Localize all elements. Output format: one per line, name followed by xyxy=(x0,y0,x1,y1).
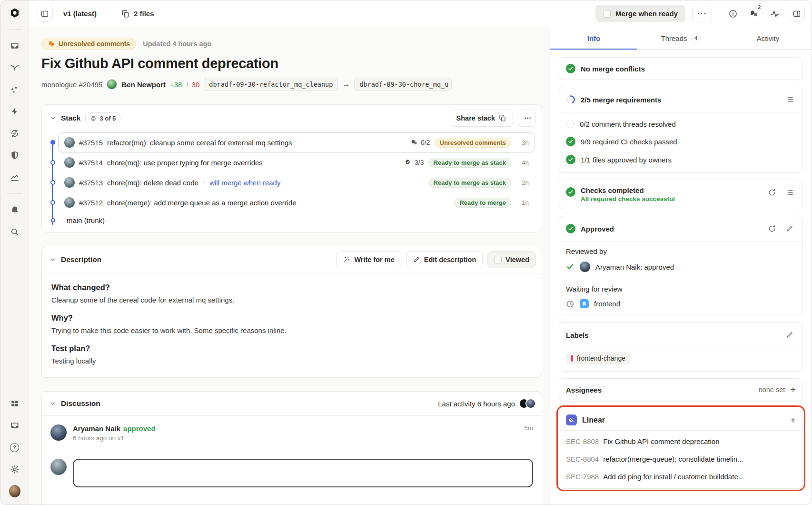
stack-item-37512[interactable]: #37512 chore(merge): add merge queue as … xyxy=(58,192,535,212)
edit-description-button[interactable]: Edit description xyxy=(406,251,483,268)
desc-paragraph: Trying to make this code easier to work … xyxy=(51,326,532,334)
next-comment-partial xyxy=(42,446,542,487)
chevron-down-icon[interactable] xyxy=(50,400,56,407)
requirement-item: 1/1 files approved by owners xyxy=(559,151,802,169)
pencil-icon[interactable] xyxy=(783,329,796,341)
comments-icon[interactable]: 2 xyxy=(747,7,761,21)
user-avatar[interactable] xyxy=(9,485,20,497)
stack-more-button[interactable]: ··· xyxy=(518,110,536,127)
left-rail: ? xyxy=(0,0,29,505)
check-icon xyxy=(566,263,574,271)
discussion-title: Discussion xyxy=(61,399,100,408)
add-assignee-button[interactable]: + xyxy=(790,385,796,394)
merge-checkbox[interactable] xyxy=(603,10,611,18)
desc-heading: Test plan? xyxy=(51,344,532,353)
reviewed-by-label: Reviewed by xyxy=(559,242,802,256)
app-logo-icon[interactable] xyxy=(9,7,20,19)
desc-heading: Why? xyxy=(51,313,532,323)
linear-card: Linear + SEC-8803 Fix Github API comment… xyxy=(559,408,803,489)
help-icon[interactable]: ? xyxy=(9,442,20,453)
stack-item-37514[interactable]: #37514 chore(mq): use proper typing for … xyxy=(58,152,535,172)
card-divider xyxy=(559,346,802,346)
toggle-left-panel-button[interactable] xyxy=(37,6,53,22)
version-label[interactable]: v1 (latest) xyxy=(63,10,97,18)
source-branch-chip[interactable]: dbradf-09-30-refactor_mq_cleanup xyxy=(204,78,338,91)
linear-issue[interactable]: SEC-7988 Add dd ping for install / custo… xyxy=(559,468,802,485)
trunk-row[interactable]: main (trunk) xyxy=(48,212,535,225)
approved-action: approved xyxy=(123,424,156,433)
diff-slash: / xyxy=(186,81,188,89)
desc-paragraph: Testing locally xyxy=(51,357,532,365)
stack-card: Stack 3 of 5 Share stack ··· xyxy=(41,104,542,232)
write-for-me-button[interactable]: Write for me xyxy=(336,251,401,268)
stack-count-pill[interactable]: 3 of 5 xyxy=(85,112,120,124)
desc-paragraph: Cleanup some of the cereal code for exte… xyxy=(51,296,532,304)
more-actions-button[interactable]: ··· xyxy=(692,5,712,22)
shield-icon[interactable] xyxy=(9,150,20,161)
stack-row-2: #37514 chore(mq): use proper typing for … xyxy=(48,152,535,172)
lightning-icon[interactable] xyxy=(9,106,20,117)
refresh-icon[interactable] xyxy=(766,222,778,235)
author-name[interactable]: Ben Newport xyxy=(121,81,166,89)
chevron-down-icon[interactable] xyxy=(50,256,56,263)
discussion-comment[interactable]: Aryaman Naikapproved 6 hours ago on v1 5… xyxy=(42,416,542,446)
ai-sparkles-icon[interactable] xyxy=(9,84,20,95)
settings-gear-icon[interactable] xyxy=(9,464,20,475)
avatar xyxy=(50,459,67,475)
share-stack-button[interactable]: Share stack xyxy=(450,110,513,127)
topbar-divider xyxy=(719,8,719,20)
tab-threads[interactable]: Threads 4 xyxy=(637,27,724,49)
list-icon[interactable] xyxy=(783,93,796,106)
notifications-bell-icon[interactable] xyxy=(9,204,20,216)
commit-dot xyxy=(50,200,55,205)
archive-tray-icon[interactable] xyxy=(9,420,20,431)
activity-pulse-icon[interactable] xyxy=(768,7,782,21)
files-count[interactable]: 2 files xyxy=(121,10,154,18)
target-branch-chip[interactable]: dbradf-09-30-chore_mq_u xyxy=(354,78,452,91)
checks-subtitle: All required checks successful xyxy=(581,195,761,202)
refresh-icon[interactable] xyxy=(766,186,778,199)
copy-icon xyxy=(499,114,506,122)
pr-meta-row: monologue #20495 Ben Newport +38/-30 dbr… xyxy=(41,78,542,91)
labels-card: Labels frontend-change xyxy=(559,322,803,372)
pencil-icon[interactable] xyxy=(783,222,796,235)
progress-circle-icon xyxy=(566,95,575,104)
stack-item-37515[interactable]: #37515 refactor(mq): cleanup some cereal… xyxy=(58,132,535,152)
author-avatar[interactable] xyxy=(107,79,117,90)
tab-info[interactable]: Info xyxy=(550,27,637,49)
updated-timestamp: Updated 4 hours ago xyxy=(143,40,211,48)
linear-issue[interactable]: SEC-8803 Fix Github API comment deprecat… xyxy=(559,433,802,450)
linear-issue[interactable]: SEC-8804 refactor(merge-queue): consolid… xyxy=(559,450,802,468)
comment-bubbles-icon xyxy=(410,139,418,146)
avatar xyxy=(64,157,75,168)
viewed-toggle-button[interactable]: Viewed xyxy=(487,251,536,268)
search-icon[interactable] xyxy=(9,226,20,238)
repo-number[interactable]: monologue #20495 xyxy=(41,81,102,89)
merge-branches-icon[interactable] xyxy=(9,62,20,73)
label-color-bar xyxy=(571,355,573,362)
stack-row-1: #37515 refactor(mq): cleanup some cereal… xyxy=(48,132,535,152)
chevron-down-icon[interactable] xyxy=(50,115,56,121)
toggle-right-panel-button[interactable] xyxy=(789,6,805,22)
rail-divider xyxy=(7,29,22,30)
pr-main-column: Unresolved comments Updated 4 hours ago … xyxy=(29,27,550,505)
clock-icon xyxy=(566,300,574,308)
list-icon[interactable] xyxy=(783,186,796,199)
comment-box-partial[interactable] xyxy=(73,459,533,487)
apps-grid-icon[interactable] xyxy=(9,398,20,409)
avatar xyxy=(525,398,536,409)
info-icon[interactable] xyxy=(726,7,740,21)
tab-activity[interactable]: Activity xyxy=(724,27,812,49)
stack-item-37513[interactable]: #37513 chore(mq): delete dead code · wil… xyxy=(58,172,535,192)
comments-count-badge: 2 xyxy=(755,3,763,11)
will-merge-link[interactable]: will merge when ready xyxy=(209,179,280,187)
inbox-icon[interactable] xyxy=(9,40,20,51)
add-linear-issue-button[interactable]: + xyxy=(790,415,796,425)
label-chip[interactable]: frontend-change xyxy=(566,352,631,364)
ci-sync-check-icon[interactable] xyxy=(9,128,20,139)
description-body: What changed? Cleanup some of the cereal… xyxy=(42,273,542,377)
viewed-checkbox[interactable] xyxy=(494,256,502,263)
status-badge: Ready to merge as stack xyxy=(428,158,511,168)
insights-chart-icon[interactable] xyxy=(9,172,20,183)
merge-when-ready-button[interactable]: Merge when ready xyxy=(595,5,685,22)
